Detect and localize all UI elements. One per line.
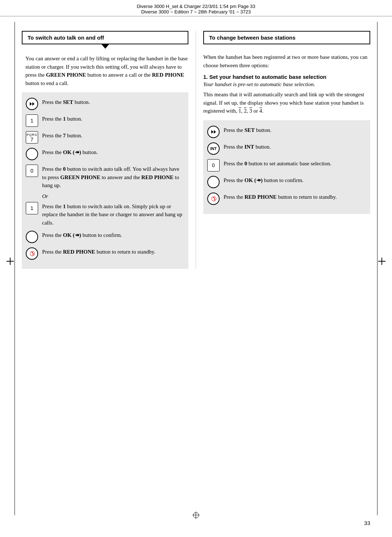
right-column: To change between base stations When the… — [196, 31, 370, 269]
left-column: To switch auto talk on and off You can a… — [22, 31, 196, 269]
step-ok-1-text: Press the OK (↠) button. — [42, 148, 183, 157]
right-border — [377, 22, 377, 515]
reg-mark-right — [378, 258, 385, 265]
left-section-header: To switch auto talk on and off — [22, 31, 188, 44]
left-shaded-steps: Press the SET button. 1 Press the 1 butt… — [22, 92, 188, 269]
red-phone-icon-right: ✆ — [207, 192, 220, 205]
reg-mark-left — [7, 258, 14, 265]
step-1-text: Press the 1 button. — [42, 114, 183, 123]
right-section-header: To change between base stations — [203, 31, 370, 44]
step-1: 1 Press the 1 button. — [25, 114, 183, 127]
step-ok-right: Press the OK (↠) button to confirm. — [207, 175, 365, 189]
ok-icon-right — [207, 175, 220, 189]
reg-mark-bottom — [192, 512, 200, 519]
right-shaded-steps: Press the SET button. INT Press the INT … — [203, 120, 370, 214]
header-line2: Diverse 3000 ~ Edition 7 ~ 28th February… — [0, 9, 392, 15]
page-header: Diverse 3000 H_set & Charger 22/3/01 1:5… — [0, 0, 392, 16]
step-set-text: Press the SET button. — [42, 97, 183, 106]
red-phone-icon-left: ✆ — [25, 247, 38, 260]
num-1-icon-2: 1 — [25, 202, 38, 215]
step-set-right: Press the SET button. — [207, 125, 365, 138]
step-int-text: Press the INT button. — [224, 142, 365, 151]
step-set: Press the SET button. — [25, 97, 183, 110]
step-7-text: Press the 7 button. — [42, 131, 183, 140]
step-ok-right-text: Press the OK (↠) button to confirm. — [224, 175, 365, 185]
num-0-icon-1: 0 — [25, 164, 38, 177]
step-ok-confirm-text: Press the OK (↠) button to confirm. — [42, 230, 183, 239]
set-icon-left — [25, 97, 38, 110]
page-content: To switch auto talk on and off You can a… — [0, 16, 392, 283]
step-1-on: 1 Press the 1 button to switch auto talk… — [25, 202, 183, 227]
step-0-off: 0 Press the 0 button to switch auto talk… — [25, 164, 183, 190]
step-red-phone-left-text: Press the RED PHONE button to return to … — [42, 247, 183, 256]
ok-icon-2 — [25, 230, 38, 243]
num-7-icon: PQRS 7 — [25, 131, 38, 144]
step-0-auto-text: Press the 0 button to set automatic base… — [224, 159, 365, 168]
step-red-phone-right: ✆ Press the RED PHONE button to return t… — [207, 192, 365, 205]
left-border — [15, 22, 15, 515]
or-divider: Or — [25, 193, 183, 199]
left-intro: You can answer or end a call by lifting … — [22, 54, 188, 87]
right-body-1: This means that it will automatically se… — [203, 90, 370, 115]
step-0-off-text: Press the 0 button to switch auto talk o… — [42, 164, 183, 190]
step-int: INT Press the INT button. — [207, 142, 365, 155]
header-line1: Diverse 3000 H_set & Charger 22/3/01 1:5… — [0, 4, 392, 9]
num-1-icon-left: 1 — [25, 114, 38, 127]
set-icon-right — [207, 125, 220, 138]
sub-heading-1: 1. Set your handset to automatic base se… — [203, 74, 370, 80]
step-0-auto: 0 Press the 0 button to set automatic ba… — [207, 159, 365, 172]
italic-line-1: Your handset is pre-set to automatic bas… — [203, 81, 370, 88]
int-icon: INT — [207, 142, 220, 155]
step-ok-1: Press the OK (↠) button. — [25, 148, 183, 161]
step-ok-confirm: Press the OK (↠) button to confirm. — [25, 230, 183, 243]
step-1-on-text: Press the 1 button to switch auto talk o… — [42, 202, 183, 227]
step-red-phone-right-text: Press the RED PHONE button to return to … — [224, 192, 365, 201]
right-intro: When the handset has been registered at … — [203, 53, 370, 69]
step-red-phone-left: ✆ Press the RED PHONE button to return t… — [25, 247, 183, 260]
num-0-icon-right: 0 — [207, 159, 220, 172]
ok-icon-1 — [25, 148, 38, 161]
page-number: 33 — [364, 520, 370, 526]
step-set-right-text: Press the SET button. — [224, 125, 365, 134]
step-7: PQRS 7 Press the 7 button. — [25, 131, 183, 144]
